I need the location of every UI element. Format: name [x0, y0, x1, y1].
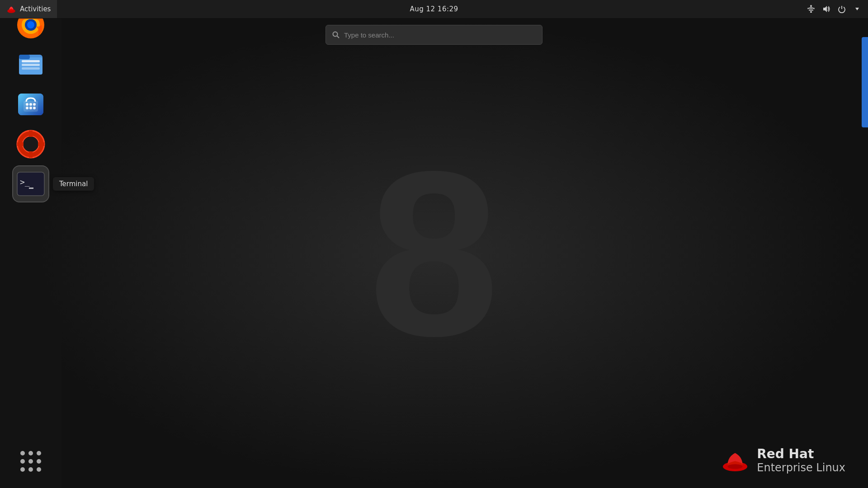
dock-item-help[interactable] — [13, 127, 48, 162]
dot-4 — [20, 459, 25, 464]
search-container — [326, 25, 542, 45]
svg-rect-35 — [17, 142, 24, 146]
svg-point-13 — [728, 464, 743, 469]
topbar: Activities Aug 12 16:29 — [0, 0, 868, 19]
redhat-logo: Red Hat Enterprise Linux — [722, 446, 845, 474]
dot-5 — [28, 459, 33, 464]
activities-button[interactable]: Activities — [0, 0, 57, 18]
svg-rect-43 — [29, 188, 33, 189]
svg-point-32 — [33, 107, 36, 109]
search-icon — [332, 31, 340, 38]
svg-point-31 — [29, 107, 32, 109]
redhat-name: Red Hat — [757, 446, 845, 462]
right-panel-indicator — [862, 37, 868, 127]
svg-point-30 — [26, 107, 28, 109]
svg-rect-22 — [22, 67, 40, 70]
dot-8 — [28, 467, 33, 472]
dock-item-appgrid[interactable] — [13, 444, 48, 479]
network-icon[interactable] — [805, 3, 817, 15]
redhat-hat-icon — [722, 447, 749, 474]
svg-point-28 — [29, 103, 32, 106]
redhat-product: Enterprise Linux — [757, 461, 845, 474]
svg-point-4 — [810, 5, 812, 7]
svg-rect-2 — [809, 9, 813, 11]
svg-rect-37 — [29, 131, 33, 137]
dock-item-files[interactable] — [13, 47, 48, 82]
main-area: 8 Red Hat Enterprise Linux — [0, 19, 868, 488]
svg-rect-21 — [22, 64, 40, 66]
search-bar — [326, 25, 542, 45]
rhel-watermark: 8 — [368, 136, 499, 371]
activities-label: Activities — [20, 5, 51, 13]
dot-1 — [20, 451, 25, 455]
volume-icon[interactable] — [820, 3, 833, 15]
search-input[interactable] — [344, 31, 536, 39]
datetime-display: Aug 12 16:29 — [410, 5, 458, 13]
redhat-text: Red Hat Enterprise Linux — [757, 446, 845, 474]
dot-grid — [20, 451, 41, 472]
dot-3 — [37, 451, 41, 455]
redhat-small-icon — [6, 4, 16, 14]
dot-9 — [37, 467, 41, 472]
topbar-right-icons — [805, 0, 868, 18]
appgrid-icon — [15, 446, 46, 477]
dot-2 — [28, 451, 33, 455]
dock-item-terminal[interactable]: >_ Terminal — [13, 166, 48, 202]
svg-marker-8 — [823, 6, 827, 12]
svg-rect-20 — [22, 60, 40, 62]
svg-rect-23 — [19, 55, 30, 59]
system-menu-arrow[interactable] — [851, 3, 863, 15]
svg-point-17 — [27, 21, 34, 28]
svg-rect-36 — [38, 142, 44, 146]
dock: >_ Terminal — [0, 0, 61, 488]
svg-rect-38 — [29, 151, 33, 158]
dot-6 — [37, 459, 41, 464]
svg-point-29 — [33, 103, 36, 106]
svg-point-39 — [25, 139, 36, 150]
svg-marker-9 — [855, 8, 859, 10]
svg-text:>_: >_ — [20, 177, 30, 187]
svg-point-27 — [26, 103, 28, 106]
svg-rect-26 — [24, 101, 38, 112]
dot-7 — [20, 467, 25, 472]
svg-rect-1 — [810, 11, 812, 13]
dock-item-software[interactable] — [13, 87, 48, 122]
svg-line-11 — [337, 36, 340, 38]
power-icon[interactable] — [835, 3, 848, 15]
svg-point-10 — [333, 32, 338, 37]
